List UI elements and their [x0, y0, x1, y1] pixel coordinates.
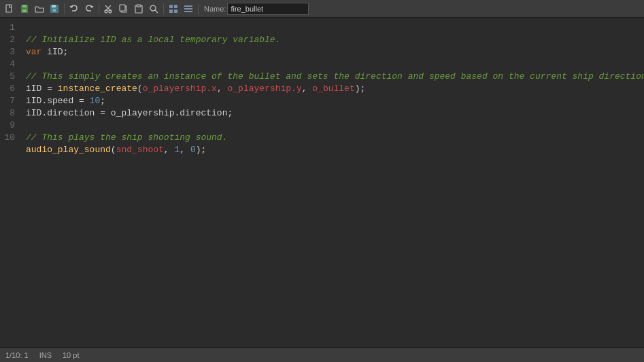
svg-rect-21: [174, 10, 177, 13]
copy-button[interactable]: [117, 2, 131, 16]
separator-4: [198, 3, 199, 14]
svg-rect-15: [137, 5, 141, 7]
line-num-8: 8: [3, 107, 15, 120]
toolbar: Name:: [0, 0, 644, 18]
find-button[interactable]: [147, 2, 160, 16]
svg-rect-23: [184, 8, 192, 10]
svg-rect-0: [6, 5, 12, 12]
svg-line-17: [155, 10, 158, 13]
code-line-6: iID.speed = 10;: [26, 96, 105, 106]
save-button[interactable]: [48, 2, 61, 16]
svg-rect-24: [184, 11, 192, 12]
line-num-3: 3: [3, 46, 15, 58]
svg-rect-22: [184, 5, 192, 7]
cut-button[interactable]: [102, 2, 116, 16]
line-num-5: 5: [3, 71, 15, 83]
code-line-10: audio_play_sound(snd_shoot, 1, 0);: [26, 145, 206, 155]
separator-2: [99, 3, 99, 14]
code-area[interactable]: // Initialize iID as a local temporary v…: [20, 18, 644, 347]
line-num-2: 2: [3, 34, 15, 46]
editor: 1 2 3 4 5 6 7 8 9 10 // Initialize iID a…: [0, 18, 644, 347]
svg-rect-3: [22, 10, 27, 12]
separator-1: [64, 3, 65, 14]
svg-rect-13: [120, 5, 125, 11]
line-num-4: 4: [3, 58, 15, 71]
script-name-input[interactable]: [227, 3, 309, 15]
view1-button[interactable]: [167, 2, 180, 16]
svg-rect-19: [174, 5, 177, 8]
line-num-10: 10: [3, 132, 15, 144]
new-button[interactable]: [3, 2, 16, 16]
open-button[interactable]: [33, 2, 46, 16]
code-line-4: // This simply creates an instance of th…: [26, 71, 644, 82]
redo-button[interactable]: [82, 2, 96, 16]
separator-3: [163, 3, 164, 14]
svg-point-16: [150, 5, 156, 11]
code-line-2: var iID;: [26, 47, 68, 57]
svg-rect-2: [22, 5, 27, 7]
statusbar: 1/10: 1 INS 10 pt: [0, 347, 644, 362]
code-line-7: iID.direction = o_playership.direction;: [26, 108, 233, 118]
edit-mode: INS: [39, 351, 52, 359]
line-num-1: 1: [3, 22, 15, 34]
paste-button[interactable]: [132, 2, 146, 16]
line-num-9: 9: [3, 120, 15, 132]
svg-point-11: [109, 10, 112, 13]
code-line-5: iID = instance_create(o_playership.x, o_…: [26, 84, 365, 94]
svg-rect-20: [169, 10, 173, 13]
svg-rect-5: [52, 5, 56, 7]
svg-rect-7: [53, 9, 56, 12]
code-line-9: // This plays the ship shooting sound.: [26, 132, 227, 143]
svg-point-10: [105, 10, 107, 13]
font-size: 10 pt: [63, 351, 79, 359]
svg-rect-18: [169, 5, 173, 8]
line-num-7: 7: [3, 95, 15, 107]
line-num-6: 6: [3, 83, 15, 95]
save-all-button[interactable]: [18, 2, 31, 16]
view2-button[interactable]: [182, 2, 195, 16]
name-label: Name:: [204, 5, 226, 13]
undo-button[interactable]: [67, 2, 81, 16]
cursor-position: 1/10: 1: [5, 351, 29, 359]
code-line-1: // Initialize iID as a local temporary v…: [26, 35, 280, 45]
line-numbers: 1 2 3 4 5 6 7 8 9 10: [0, 18, 20, 347]
